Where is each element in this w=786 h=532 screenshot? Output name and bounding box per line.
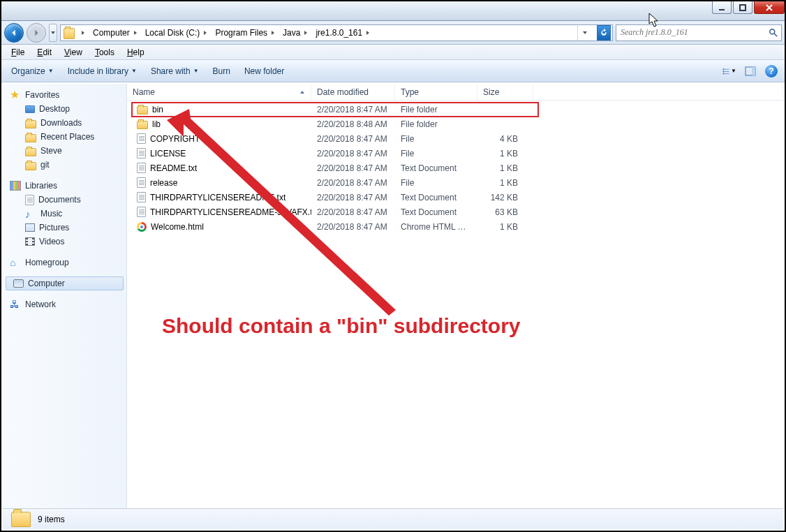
cell-size: 142 KB bbox=[477, 193, 533, 202]
sidebar-item[interactable]: Documents bbox=[3, 193, 126, 207]
sidebar-item[interactable]: Videos bbox=[3, 235, 126, 249]
search-icon bbox=[769, 28, 778, 38]
new-folder-button[interactable]: New folder bbox=[240, 64, 288, 79]
file-row[interactable]: bin2/20/2018 8:47 AMFile folder bbox=[127, 102, 783, 117]
chevron-right-icon bbox=[133, 28, 138, 38]
address-dropdown[interactable] bbox=[577, 25, 591, 40]
breadcrumb-segment[interactable]: Program Files bbox=[214, 28, 277, 38]
svg-rect-5 bbox=[723, 71, 725, 72]
sidebar-item-label: Desktop bbox=[39, 104, 70, 114]
chevron-right-icon bbox=[270, 28, 276, 38]
view-mode-button[interactable]: ▼ bbox=[722, 64, 737, 79]
sidebar-item[interactable]: Downloads bbox=[3, 116, 126, 130]
cell-name: THIRDPARTYLICENSEREADME-JAVAFX.txt bbox=[127, 207, 311, 217]
nav-history-dropdown[interactable] bbox=[49, 24, 57, 42]
breadcrumb-segment[interactable]: jre1.8.0_161 bbox=[314, 28, 372, 38]
refresh-button[interactable] bbox=[597, 25, 611, 40]
breadcrumb-label: jre1.8.0_161 bbox=[316, 28, 362, 38]
sidebar-heading-network[interactable]: 🖧 Network bbox=[3, 297, 126, 311]
preview-pane-button[interactable] bbox=[743, 64, 758, 79]
status-item-count: 9 items bbox=[38, 515, 65, 524]
file-row[interactable]: README.txt2/20/2018 8:47 AMText Document… bbox=[127, 161, 783, 175]
column-header-date[interactable]: Date modified bbox=[311, 84, 395, 100]
navbar: Computer Local Disk (C:) Program Files J… bbox=[1, 21, 785, 45]
column-header-type[interactable]: Type bbox=[395, 84, 477, 100]
titlebar bbox=[1, 1, 785, 21]
close-button[interactable] bbox=[754, 1, 785, 14]
help-button[interactable]: ? bbox=[764, 64, 779, 79]
forward-button[interactable] bbox=[27, 23, 46, 43]
star-icon: ★ bbox=[10, 89, 21, 101]
cell-size: 1 KB bbox=[477, 163, 533, 173]
sidebar-item[interactable]: Desktop bbox=[3, 102, 126, 116]
cell-type: File bbox=[395, 149, 477, 158]
preview-pane-icon bbox=[745, 66, 756, 77]
menu-tools[interactable]: Tools bbox=[89, 46, 120, 59]
breadcrumb-label: Computer bbox=[93, 28, 130, 38]
maximize-button[interactable] bbox=[733, 1, 752, 14]
folder-icon bbox=[137, 106, 148, 114]
chevron-down-icon: ▼ bbox=[731, 68, 736, 74]
sidebar-group-computer: Computer bbox=[3, 276, 126, 290]
column-header-name[interactable]: Name bbox=[127, 84, 311, 100]
sidebar-heading-libraries[interactable]: Libraries bbox=[3, 179, 126, 193]
details-view-icon bbox=[722, 66, 729, 77]
breadcrumb-label: Program Files bbox=[215, 28, 267, 38]
organize-button[interactable]: Organize▼ bbox=[7, 64, 58, 79]
file-row[interactable]: LICENSE2/20/2018 8:47 AMFile1 KB bbox=[127, 146, 783, 161]
back-button[interactable] bbox=[4, 23, 24, 43]
sidebar-item[interactable]: Steve bbox=[3, 144, 126, 158]
search-box[interactable] bbox=[616, 24, 782, 41]
sidebar-heading-computer[interactable]: Computer bbox=[6, 276, 124, 290]
sidebar-item[interactable]: Pictures bbox=[3, 221, 126, 235]
breadcrumb-segment[interactable]: Java bbox=[281, 28, 310, 38]
file-icon bbox=[137, 192, 146, 202]
chevron-right-icon bbox=[365, 28, 371, 38]
burn-button[interactable]: Burn bbox=[209, 64, 235, 79]
file-name: COPYRIGHT bbox=[150, 134, 200, 144]
cell-date: 2/20/2018 8:47 AM bbox=[311, 149, 395, 158]
breadcrumb-segment[interactable] bbox=[79, 28, 87, 38]
file-row[interactable]: Welcome.html2/20/2018 8:47 AMChrome HTML… bbox=[127, 219, 783, 234]
chrome-icon bbox=[137, 222, 147, 232]
libraries-icon bbox=[10, 181, 21, 191]
svg-rect-10 bbox=[752, 67, 755, 75]
file-name: README.txt bbox=[150, 163, 197, 173]
cell-date: 2/20/2018 8:47 AM bbox=[311, 207, 395, 217]
file-row[interactable]: lib2/20/2018 8:48 AMFile folder bbox=[127, 117, 783, 131]
search-input[interactable] bbox=[619, 27, 766, 38]
sidebar-group-homegroup: ⌂ Homegroup bbox=[3, 256, 126, 269]
videos-icon bbox=[25, 237, 35, 246]
sidebar-heading-favorites[interactable]: ★ Favorites bbox=[3, 88, 126, 102]
address-bar[interactable]: Computer Local Disk (C:) Program Files J… bbox=[60, 24, 613, 41]
file-row[interactable]: THIRDPARTYLICENSEREADME-JAVAFX.txt2/20/2… bbox=[127, 205, 783, 219]
share-with-button[interactable]: Share with▼ bbox=[147, 64, 203, 79]
cell-type: File folder bbox=[395, 105, 477, 114]
sidebar-item-label: Downloads bbox=[40, 118, 82, 128]
file-icon bbox=[137, 133, 146, 144]
sidebar-item-label: Documents bbox=[38, 195, 81, 205]
file-row[interactable]: release2/20/2018 8:47 AMFile1 KB bbox=[127, 175, 783, 190]
file-row[interactable]: THIRDPARTYLICENSEREADME.txt2/20/2018 8:4… bbox=[127, 190, 783, 205]
menu-view[interactable]: View bbox=[59, 46, 88, 59]
minimize-button[interactable] bbox=[712, 1, 732, 14]
sidebar-heading-homegroup[interactable]: ⌂ Homegroup bbox=[3, 256, 126, 269]
include-in-library-button[interactable]: Include in library▼ bbox=[64, 64, 141, 79]
cell-type: Text Document bbox=[395, 163, 477, 173]
breadcrumb-segment[interactable]: Computer bbox=[91, 28, 140, 38]
sidebar-item-label: Steve bbox=[40, 146, 62, 156]
breadcrumb-segment[interactable]: Local Disk (C:) bbox=[144, 28, 210, 38]
chevron-down-icon: ▼ bbox=[48, 68, 54, 74]
sidebar-item[interactable]: ♪Music bbox=[3, 207, 126, 221]
sidebar-item[interactable]: git bbox=[3, 158, 126, 172]
sidebar-item[interactable]: Recent Places bbox=[3, 130, 126, 144]
cell-type: File folder bbox=[395, 119, 477, 129]
menu-file[interactable]: File bbox=[6, 46, 30, 59]
menu-help[interactable]: Help bbox=[121, 46, 150, 59]
cell-date: 2/20/2018 8:47 AM bbox=[311, 222, 395, 232]
file-list-pane: Name Date modified Type Size bin2/20/201… bbox=[127, 84, 783, 508]
file-icon bbox=[137, 207, 146, 217]
file-row[interactable]: COPYRIGHT2/20/2018 8:47 AMFile4 KB bbox=[127, 131, 783, 146]
column-header-size[interactable]: Size bbox=[477, 84, 533, 100]
menu-edit[interactable]: Edit bbox=[31, 46, 57, 59]
